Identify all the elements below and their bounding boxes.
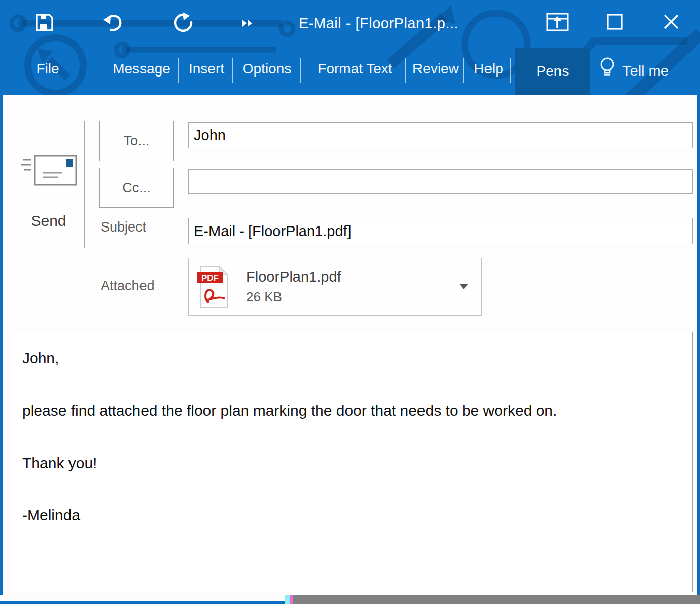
body-paragraph: please find attached the floor plan mark… [22, 398, 682, 424]
cc-button[interactable]: Cc... [99, 168, 174, 208]
tab-separator [178, 58, 179, 83]
cc-button-label: Cc... [122, 180, 151, 196]
maximize-icon[interactable] [602, 10, 627, 33]
svg-text:PDF: PDF [201, 273, 219, 283]
chevron-down-icon[interactable] [459, 284, 468, 289]
tab-insert[interactable]: Insert [189, 61, 224, 77]
envelope-icon [20, 153, 78, 192]
lightbulb-icon [598, 56, 616, 86]
send-button[interactable]: Send [13, 121, 85, 248]
to-button-label: To... [123, 133, 149, 149]
tell-me-button[interactable]: Tell me [598, 56, 669, 86]
body-paragraph: Thank you! [22, 450, 682, 476]
tab-file[interactable]: File [36, 61, 59, 77]
ribbon-display-options-icon[interactable] [545, 10, 570, 33]
save-icon[interactable] [34, 12, 54, 34]
tell-me-label: Tell me [622, 63, 669, 80]
attachment-name: FloorPlan1.pdf [246, 269, 459, 285]
tab-separator [232, 58, 233, 83]
tab-separator [510, 58, 511, 83]
subject-input[interactable] [188, 218, 693, 244]
attached-label: Attached [101, 278, 155, 294]
redo-refresh-icon[interactable] [172, 12, 194, 35]
attachment-size: 26 KB [246, 289, 459, 305]
bottom-strip-left [0, 595, 285, 604]
bottom-strip-gray [293, 595, 700, 604]
email-compose-window: E-Mail - [FloorPlan1.p... File Message I… [0, 0, 700, 604]
tab-pens[interactable]: Pens [515, 48, 590, 95]
bottom-edge-strip [0, 595, 700, 604]
bottom-strip-cyan-sliver [285, 595, 290, 604]
window-title: E-Mail - [FloorPlan1.p... [299, 15, 458, 32]
message-body-editor[interactable]: John, please find attached the floor pla… [13, 332, 693, 592]
tab-separator [463, 58, 464, 83]
subject-label: Subject [101, 219, 146, 235]
body-paragraph: -Melinda [22, 502, 682, 528]
tab-review[interactable]: Review [412, 61, 459, 77]
tab-help[interactable]: Help [474, 61, 503, 77]
ribbon-title-bar: E-Mail - [FloorPlan1.p... File Message I… [0, 0, 700, 95]
tab-message[interactable]: Message [113, 61, 170, 77]
tab-format-text[interactable]: Format Text [318, 61, 392, 77]
to-input[interactable] [188, 122, 693, 148]
tab-options[interactable]: Options [243, 61, 292, 77]
compose-area: Send To... Cc... Subject Attached PDF [0, 95, 700, 595]
undo-icon[interactable] [102, 12, 124, 35]
pdf-file-icon: PDF [197, 265, 230, 309]
cc-input[interactable] [188, 169, 693, 194]
close-icon[interactable] [659, 10, 684, 33]
tab-separator [300, 58, 301, 83]
to-button[interactable]: To... [99, 121, 174, 161]
tab-pens-label: Pens [537, 63, 569, 80]
attachment-chip[interactable]: PDF FloorPlan1.pdf 26 KB [188, 258, 482, 316]
send-button-label: Send [31, 212, 66, 230]
body-paragraph: John, [22, 345, 682, 371]
customize-quick-access-icon[interactable] [242, 19, 254, 30]
tab-separator [405, 58, 406, 83]
